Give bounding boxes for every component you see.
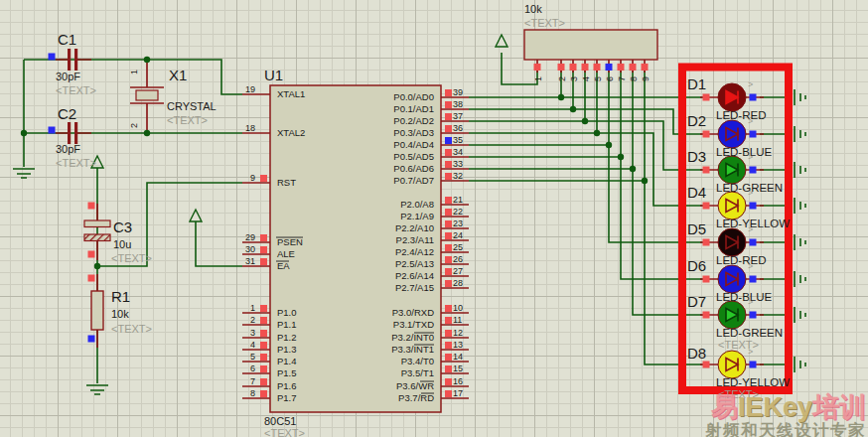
rp1-pin-numbers: 1 2 3 4 5 6 7 8 9: [533, 76, 651, 81]
svg-text:7: 7: [250, 376, 255, 386]
svg-text:P2.7/A15: P2.7/A15: [395, 282, 434, 293]
svg-text:21: 21: [453, 195, 463, 205]
svg-text:1: 1: [533, 76, 543, 81]
resistor-pack-rp1[interactable]: [524, 30, 657, 60]
led-model: LED-RED: [716, 254, 766, 266]
svg-text:10: 10: [453, 303, 463, 313]
svg-text:P0.4/AD4: P0.4/AD4: [393, 139, 434, 150]
svg-text:P2.3/A11: P2.3/A11: [396, 234, 434, 245]
svg-text:P0.2/AD2: P0.2/AD2: [393, 115, 434, 126]
svg-text:28: 28: [453, 278, 463, 288]
svg-text:P2.0/A8: P2.0/A8: [400, 199, 434, 210]
svg-text:18: 18: [245, 123, 255, 133]
led-d2[interactable]: [718, 120, 746, 148]
svg-text:P3.0/RXD: P3.0/RXD: [392, 307, 434, 318]
svg-text:1: 1: [250, 303, 255, 313]
svg-text:XTAL1: XTAL1: [277, 88, 305, 99]
svg-text:P1.1: P1.1: [277, 319, 297, 330]
svg-text:P0.3/AD3: P0.3/AD3: [393, 127, 434, 138]
svg-text:36: 36: [453, 123, 463, 133]
c1-value: 30pF: [56, 71, 80, 82]
svg-text:EA: EA: [277, 260, 290, 271]
svg-text:33: 33: [453, 159, 463, 169]
led-light-mark-icon: >: [748, 347, 753, 357]
svg-text:31: 31: [245, 256, 255, 266]
led-ref: D2: [687, 112, 706, 129]
led-d7[interactable]: [718, 301, 746, 329]
svg-text:P3.5/T1: P3.5/T1: [401, 367, 434, 378]
rp1-value: 10k: [524, 3, 542, 15]
svg-text:22: 22: [453, 207, 463, 217]
svg-text:8: 8: [250, 388, 255, 398]
svg-text:P3.2/INT0: P3.2/INT0: [391, 332, 434, 343]
svg-text:P2.1/A9: P2.1/A9: [400, 211, 434, 221]
u1-right-pin-numbers: 39 38 37 36 35 34 33 32 21 22 23 24 25 2…: [453, 87, 463, 398]
led-d4[interactable]: [718, 192, 746, 219]
c3-placeholder: <TEXT>: [111, 252, 152, 264]
svg-text:14: 14: [453, 352, 463, 362]
svg-text:RST: RST: [277, 177, 296, 188]
led-d1[interactable]: [718, 83, 746, 111]
svg-text:15: 15: [453, 364, 463, 373]
u1-placeholder: <TEXT>: [264, 427, 305, 437]
resistor-r1[interactable]: [91, 291, 103, 330]
x1-pin2-number: 2: [129, 123, 139, 128]
led-d5[interactable]: [718, 228, 746, 256]
led-placeholder: <TEXT>: [718, 388, 759, 400]
svg-text:P0.1/AD1: P0.1/AD1: [393, 103, 434, 114]
led-ref: D8: [687, 345, 706, 362]
crystal-x1[interactable]: [130, 87, 164, 103]
svg-text:8: 8: [629, 76, 639, 81]
led-light-mark-icon: >: [748, 261, 753, 271]
c2-placeholder: <TEXT>: [56, 157, 96, 169]
svg-text:P0.0/AD0: P0.0/AD0: [393, 91, 434, 102]
svg-text:P1.5: P1.5: [277, 367, 297, 378]
svg-text:P2.2/A10: P2.2/A10: [395, 222, 434, 233]
led-d3[interactable]: [718, 156, 746, 184]
svg-text:9: 9: [250, 173, 255, 183]
led-light-mark-icon: >: [748, 116, 753, 126]
svg-text:39: 39: [453, 87, 463, 97]
svg-text:24: 24: [453, 230, 463, 240]
r1-placeholder: <TEXT>: [111, 323, 152, 335]
svg-text:P1.3: P1.3: [277, 344, 297, 355]
led-light-mark-icon: >: [748, 188, 753, 198]
led-model: LED-BLUE: [716, 146, 773, 158]
u1-left-pin-numbers: 19 18 9 29 30 31 1 2 3 4 5 6 7 8: [245, 84, 255, 398]
svg-text:P1.4: P1.4: [277, 356, 297, 366]
svg-text:7: 7: [617, 76, 627, 81]
svg-text:16: 16: [453, 376, 463, 386]
svg-text:P1.6: P1.6: [277, 380, 297, 391]
u1-ref: U1: [264, 67, 283, 83]
u1-part: 80C51: [264, 415, 296, 427]
led-ref: D3: [687, 148, 706, 165]
svg-text:P0.6/AD6: P0.6/AD6: [393, 163, 434, 174]
svg-text:P1.0: P1.0: [277, 307, 297, 318]
r1-ref: R1: [111, 288, 130, 305]
led-ref: D6: [687, 257, 706, 274]
led-d8[interactable]: [718, 351, 746, 378]
svg-text:6: 6: [605, 76, 615, 81]
r1-value: 10k: [111, 308, 129, 320]
led-light-mark-icon: >: [748, 79, 753, 89]
svg-text:PSEN: PSEN: [277, 236, 303, 247]
svg-text:P3.3/INT1: P3.3/INT1: [391, 344, 434, 355]
svg-text:26: 26: [453, 254, 463, 264]
led-d6[interactable]: [718, 265, 746, 293]
rp1-placeholder: <TEXT>: [524, 17, 565, 29]
svg-text:19: 19: [245, 84, 255, 94]
c3-ref: C3: [113, 218, 132, 235]
svg-text:3: 3: [569, 76, 579, 81]
svg-text:17: 17: [453, 388, 463, 398]
svg-text:29: 29: [245, 232, 255, 242]
led-model: LED-RED: [716, 109, 766, 121]
led-light-mark-icon: >: [748, 224, 753, 234]
led-ref: D5: [687, 220, 706, 237]
svg-text:P3.1/TXD: P3.1/TXD: [393, 319, 434, 330]
svg-text:25: 25: [453, 242, 463, 252]
svg-text:4: 4: [250, 340, 255, 350]
svg-text:11: 11: [453, 315, 462, 325]
svg-text:35: 35: [453, 135, 463, 145]
svg-text:P3.7/RD: P3.7/RD: [398, 392, 434, 403]
svg-text:13: 13: [453, 340, 463, 350]
